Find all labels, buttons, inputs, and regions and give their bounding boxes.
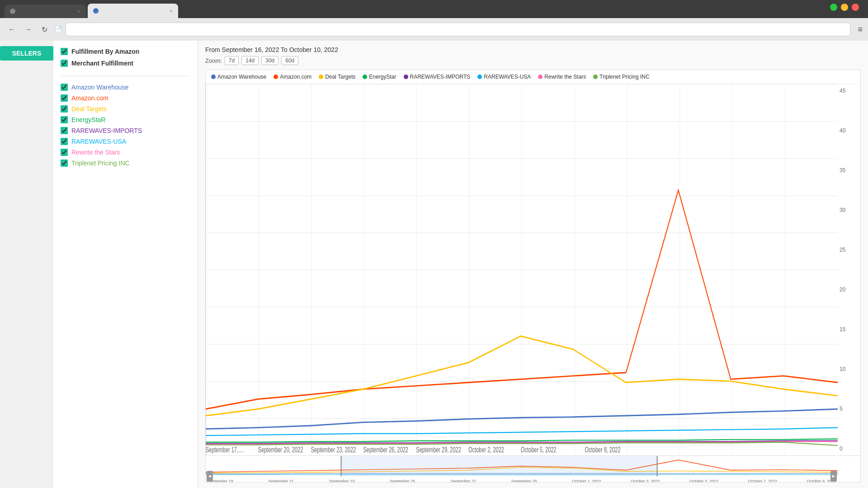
mini-date-9: October 5, 2022 bbox=[689, 479, 719, 483]
mini-date-3: September 23,.... bbox=[329, 479, 360, 483]
seller-checkbox-triplenet[interactable] bbox=[61, 160, 68, 167]
merchant-fulfillment-item[interactable]: Merchant Fulfillment bbox=[61, 60, 190, 67]
zoom-14d-button[interactable]: 14d bbox=[241, 56, 259, 65]
merchant-fulfillment-checkbox[interactable] bbox=[61, 60, 68, 67]
tab-favicon bbox=[10, 9, 15, 14]
x-label-6: October 2, 2022 bbox=[468, 446, 504, 454]
y-label-30: 30 bbox=[840, 207, 845, 213]
legend-label-triplenet: Triplenet Pricing INC bbox=[599, 74, 649, 80]
date-range: From September 16, 2022 To October 10, 2… bbox=[205, 46, 861, 53]
x-label-7: October 5, 2022 bbox=[521, 446, 557, 454]
seller-checkbox-energystar[interactable] bbox=[61, 116, 68, 123]
mini-date-5: September 27,.... bbox=[450, 479, 481, 483]
seller-checkbox-rewrite-the-stars[interactable] bbox=[61, 149, 68, 156]
y-label-40: 40 bbox=[840, 127, 845, 134]
seller-item-deal-targets[interactable]: Deal Targets bbox=[61, 105, 190, 113]
seller-item-energystar[interactable]: EnergyStaR bbox=[61, 116, 190, 123]
legend-rarewaves-imports: RAREWAVES-IMPORTS bbox=[404, 74, 471, 80]
legend-dot-rarewaves-usa bbox=[477, 75, 482, 79]
sellers-button[interactable]: SELLERS bbox=[0, 46, 53, 61]
forward-button[interactable]: → bbox=[22, 23, 34, 36]
mini-date-2: September 21,.... bbox=[268, 479, 299, 483]
mini-navigator[interactable]: September 19,.... September 21,.... Sept… bbox=[206, 455, 860, 483]
legend-dot-deal-targets bbox=[319, 75, 323, 79]
browser-menu-button[interactable]: ≡ bbox=[858, 25, 863, 34]
fulfillment-by-amazon-item[interactable]: Fulfillment By Amazon bbox=[61, 48, 190, 55]
seller-label-rewrite-the-stars: Rewrite the Stars bbox=[71, 149, 120, 156]
refresh-button[interactable]: ↻ bbox=[38, 23, 51, 36]
fulfillment-by-amazon-label: Fulfillment By Amazon bbox=[71, 48, 139, 55]
svg-rect-2 bbox=[341, 456, 657, 476]
legend-label-deal-targets: Deal Targets bbox=[325, 74, 355, 80]
main-content: SELLERS Fulfillment By Amazon Merchant F… bbox=[0, 41, 868, 488]
address-bar[interactable] bbox=[66, 23, 850, 36]
y-label-20: 20 bbox=[840, 286, 845, 293]
legend-label-rewrite-the-stars: Rewrite the Stars bbox=[544, 74, 586, 80]
mini-nav-right-handle[interactable]: ► bbox=[830, 471, 837, 482]
tab-active[interactable]: × bbox=[88, 4, 178, 18]
chart-svg: September 17,.... September 20, 2022 Sep… bbox=[206, 84, 838, 455]
filter-panel: Fulfillment By Amazon Merchant Fulfillme… bbox=[53, 41, 198, 488]
x-label-1: September 17,.... bbox=[206, 446, 244, 454]
zoom-30d-button[interactable]: 30d bbox=[261, 56, 278, 65]
seller-item-rewrite-the-stars[interactable]: Rewrite the Stars bbox=[61, 149, 190, 156]
sellers-list: Amazon Warehouse Amazon.com Deal Targets… bbox=[61, 84, 190, 167]
seller-checkbox-rarewaves-usa[interactable] bbox=[61, 138, 68, 145]
zoom-7d-button[interactable]: 7d bbox=[225, 56, 239, 65]
tab-active-favicon bbox=[93, 8, 99, 14]
x-label-5: September 29, 2022 bbox=[416, 446, 461, 454]
seller-item-triplenet[interactable]: Triplenet Pricing INC bbox=[61, 160, 190, 167]
seller-label-triplenet: Triplenet Pricing INC bbox=[71, 160, 130, 167]
legend-amazon-warehouse: Amazon Warehouse bbox=[211, 74, 266, 80]
close-button[interactable] bbox=[852, 4, 859, 11]
minimize-button[interactable] bbox=[841, 4, 848, 11]
legend-triplenet: Triplenet Pricing INC bbox=[593, 74, 649, 80]
y-label-45: 45 bbox=[840, 88, 845, 94]
legend-amazon-com: Amazon.com bbox=[274, 74, 311, 80]
fulfillment-section: Fulfillment By Amazon Merchant Fulfillme… bbox=[61, 48, 190, 67]
legend-label-rarewaves-imports: RAREWAVES-IMPORTS bbox=[410, 74, 471, 80]
y-label-35: 35 bbox=[840, 167, 845, 174]
nav-bar: ← → ↻ 📄 ≡ bbox=[0, 18, 868, 41]
mini-date-7: October 1, 2022 bbox=[572, 479, 601, 483]
tab-active-close-icon[interactable]: × bbox=[170, 8, 173, 14]
legend-dot-triplenet bbox=[593, 75, 598, 79]
seller-item-amazon-com[interactable]: Amazon.com bbox=[61, 94, 190, 102]
y-label-0: 0 bbox=[840, 446, 843, 452]
browser-chrome: × × ← → ↻ 📄 ≡ bbox=[0, 0, 868, 41]
mini-date-4: September 25,.... bbox=[390, 479, 421, 483]
tab-bar: × × bbox=[0, 0, 868, 18]
mini-x-axis: September 19,.... September 21,.... Sept… bbox=[206, 478, 838, 483]
seller-label-energystar: EnergyStaR bbox=[71, 116, 105, 123]
fulfillment-by-amazon-checkbox[interactable] bbox=[61, 48, 68, 55]
seller-checkbox-deal-targets[interactable] bbox=[61, 105, 68, 113]
traffic-lights bbox=[830, 4, 859, 11]
seller-checkbox-amazon-warehouse[interactable] bbox=[61, 84, 68, 91]
tab-close-icon[interactable]: × bbox=[78, 9, 80, 14]
legend-dot-rewrite-the-stars bbox=[538, 75, 542, 79]
seller-checkbox-amazon-com[interactable] bbox=[61, 94, 68, 102]
zoom-60d-button[interactable]: 60d bbox=[281, 56, 298, 65]
mini-nav-left-handle[interactable]: ◄ bbox=[207, 471, 213, 482]
legend-rarewaves-usa: RAREWAVES-USA bbox=[477, 74, 531, 80]
legend-dot-amazon-com bbox=[274, 75, 278, 79]
back-button[interactable]: ← bbox=[5, 23, 18, 36]
seller-item-rarewaves-imports[interactable]: RAREWAVES-IMPORTS bbox=[61, 127, 190, 134]
chart-container: Amazon Warehouse Amazon.com Deal Targets… bbox=[205, 70, 861, 483]
legend-deal-targets: Deal Targets bbox=[319, 74, 355, 80]
seller-checkbox-rarewaves-imports[interactable] bbox=[61, 127, 68, 134]
x-label-8: October 8, 2022 bbox=[585, 446, 621, 454]
seller-item-rarewaves-usa[interactable]: RAREWAVES-USA bbox=[61, 138, 190, 145]
seller-item-amazon-warehouse[interactable]: Amazon Warehouse bbox=[61, 84, 190, 91]
legend-label-amazon-warehouse: Amazon Warehouse bbox=[217, 74, 266, 80]
legend-dot-energystar bbox=[363, 75, 367, 79]
divider bbox=[61, 76, 190, 76]
legend-label-amazon-com: Amazon.com bbox=[280, 74, 311, 80]
legend-dot-amazon-warehouse bbox=[211, 75, 216, 79]
tab-inactive[interactable]: × bbox=[5, 5, 86, 18]
maximize-button[interactable] bbox=[830, 4, 837, 11]
svg-rect-0 bbox=[206, 84, 838, 455]
chart-plot-area: September 17,.... September 20, 2022 Sep… bbox=[206, 84, 860, 455]
sidebar: SELLERS bbox=[0, 41, 53, 488]
legend-dot-rarewaves-imports bbox=[404, 75, 408, 79]
